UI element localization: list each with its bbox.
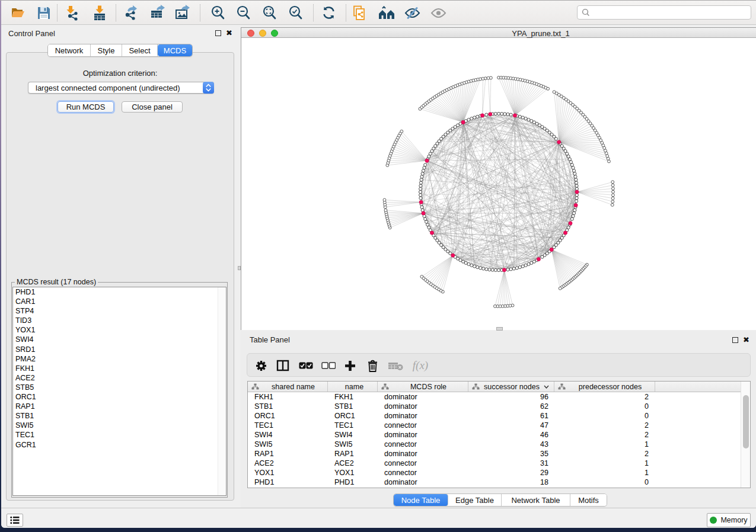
export-network-button[interactable]: [121, 3, 141, 23]
node-table[interactable]: shared namenameMCDS rolesuccessor nodesp…: [247, 381, 751, 488]
column-header-successor-nodes[interactable]: successor nodes: [468, 382, 554, 392]
table-options-button[interactable]: [253, 358, 269, 373]
toolbar-separator: [346, 4, 346, 21]
cell-successor-nodes: 46: [473, 431, 548, 439]
import-table-button[interactable]: [90, 3, 110, 23]
search-icon: [582, 8, 590, 17]
zoom-selected-button[interactable]: [285, 3, 305, 23]
mcds-list-scrollbar[interactable]: [218, 287, 226, 495]
table-row[interactable]: SWI5SWI5connector431: [248, 440, 750, 449]
mcds-result-item[interactable]: ACE2: [13, 373, 226, 383]
save-session-button[interactable]: [34, 3, 54, 23]
delete-column-button[interactable]: [365, 358, 380, 373]
zoom-out-button[interactable]: [233, 3, 253, 23]
column-label: MCDS role: [389, 383, 468, 391]
cell-name: ORC1: [334, 412, 355, 420]
mcds-result-item[interactable]: ORC1: [13, 392, 226, 402]
table-row[interactable]: STB1STB1dominator620: [248, 402, 750, 411]
float-table-panel-icon[interactable]: [732, 337, 738, 343]
memory-status-icon: [710, 517, 717, 524]
search-field[interactable]: [577, 5, 751, 20]
close-panel-button[interactable]: Close panel: [122, 101, 183, 113]
table-row[interactable]: SWI4SWI4dominator462: [248, 430, 750, 440]
show-all-button[interactable]: [428, 3, 448, 23]
mcds-result-list[interactable]: PHD1CAR1STP4TID3YOX1SWI4SRD1PMA2FKH1ACE2…: [12, 287, 227, 496]
cell-name: STB1: [334, 402, 353, 411]
float-panel-icon[interactable]: [215, 30, 221, 36]
tab-style[interactable]: Style: [91, 44, 122, 56]
network-window-title: YPA_prune.txt_1: [241, 29, 756, 38]
column-header-MCDS-role[interactable]: MCDS role: [378, 382, 468, 392]
mcds-result-item[interactable]: CAR1: [13, 297, 226, 306]
zoom-fit-button[interactable]: [259, 3, 279, 23]
mcds-result-item[interactable]: TID3: [13, 316, 226, 325]
mcds-result-item[interactable]: PMA2: [13, 354, 226, 364]
function-builder-button-disabled[interactable]: f(x): [409, 358, 432, 373]
open-file-button[interactable]: [8, 3, 28, 23]
hide-selection-button[interactable]: [402, 3, 422, 23]
mcds-result-item[interactable]: TEC1: [13, 430, 226, 440]
cell-successor-nodes: 61: [473, 412, 548, 420]
delete-table-button-disabled[interactable]: [388, 358, 403, 373]
select-all-rows-button[interactable]: [298, 358, 314, 373]
zoom-in-button[interactable]: [208, 3, 228, 23]
run-mcds-button[interactable]: Run MCDS: [58, 101, 114, 113]
column-header-shared-name[interactable]: shared name: [248, 382, 328, 392]
column-header-name[interactable]: name: [328, 382, 378, 392]
close-panel-icon[interactable]: ✖: [226, 30, 232, 36]
show-task-history-button[interactable]: [7, 514, 23, 527]
mcds-result-item[interactable]: STB5: [13, 383, 226, 392]
table-row[interactable]: PHD1PHD1dominator180: [248, 477, 750, 487]
tab-mcds[interactable]: MCDS: [158, 44, 192, 56]
tab-network-table[interactable]: Network Table: [502, 494, 570, 506]
table-scrollbar[interactable]: [741, 382, 750, 488]
table-row[interactable]: RAP1RAP1dominator352: [248, 449, 750, 459]
mcds-result-item[interactable]: GCR1: [13, 440, 226, 450]
table-row[interactable]: TEC1TEC1connector472: [248, 421, 750, 430]
tab-motifs[interactable]: Motifs: [570, 494, 607, 506]
network-canvas[interactable]: [241, 39, 756, 330]
tab-node-table[interactable]: Node Table: [394, 494, 448, 506]
search-input[interactable]: [593, 8, 751, 17]
column-header-predecessor-nodes[interactable]: predecessor nodes: [554, 382, 655, 392]
import-network-button[interactable]: [62, 3, 82, 23]
cell-predecessor-nodes: 2: [559, 431, 649, 439]
mcds-result-item[interactable]: STP4: [13, 306, 226, 316]
main-toolbar: [1, 1, 756, 25]
tab-network[interactable]: Network: [48, 44, 91, 56]
mcds-result-item[interactable]: STB1: [13, 411, 226, 421]
unchecked-boxes-icon: [321, 362, 336, 370]
mcds-result-item[interactable]: SWI4: [13, 335, 226, 344]
import-table-icon: [91, 5, 108, 21]
mcds-result-item[interactable]: SWI5: [13, 421, 226, 430]
table-row[interactable]: YOX1YOX1connector291: [248, 468, 750, 477]
export-table-button[interactable]: [147, 3, 167, 23]
cell-predecessor-nodes: 1: [559, 440, 649, 448]
show-columns-button[interactable]: [275, 358, 291, 373]
table-scrollbar-thumb[interactable]: [743, 395, 749, 448]
memory-button[interactable]: Memory: [707, 513, 751, 527]
first-neighbors-button[interactable]: [377, 3, 397, 23]
mcds-result-item[interactable]: FKH1: [13, 364, 226, 373]
mcds-result-item[interactable]: YOX1: [13, 325, 226, 335]
mcds-result-item[interactable]: RAP1: [13, 402, 226, 411]
mcds-result-item[interactable]: SRD1: [13, 345, 226, 354]
app-window: Control Panel ✖ NetworkStyleSelectMCDS O…: [1, 1, 756, 528]
tab-select[interactable]: Select: [122, 44, 158, 56]
table-row[interactable]: ORC1ORC1dominator610: [248, 411, 750, 421]
network-frame-titlebar[interactable]: YPA_prune.txt_1: [241, 28, 756, 38]
apply-layout-button[interactable]: [318, 3, 339, 23]
cell-MCDS-role: connector: [384, 440, 417, 448]
new-network-from-selection-button[interactable]: [350, 3, 370, 23]
table-row[interactable]: ACE2ACE2connector311: [248, 459, 750, 468]
create-column-button[interactable]: [342, 358, 358, 373]
cell-shared-name: STB1: [254, 402, 273, 411]
deselect-all-rows-button[interactable]: [321, 358, 336, 373]
export-image-button[interactable]: [172, 3, 192, 23]
mcds-result-item[interactable]: PHD1: [13, 287, 226, 297]
table-row[interactable]: FKH1FKH1dominator962: [248, 392, 750, 402]
close-table-panel-icon[interactable]: ✖: [743, 337, 749, 343]
criterion-combobox[interactable]: largest connected component (undirected): [28, 82, 214, 94]
tab-edge-table[interactable]: Edge Table: [448, 494, 502, 506]
column-label: successor nodes: [480, 383, 544, 391]
